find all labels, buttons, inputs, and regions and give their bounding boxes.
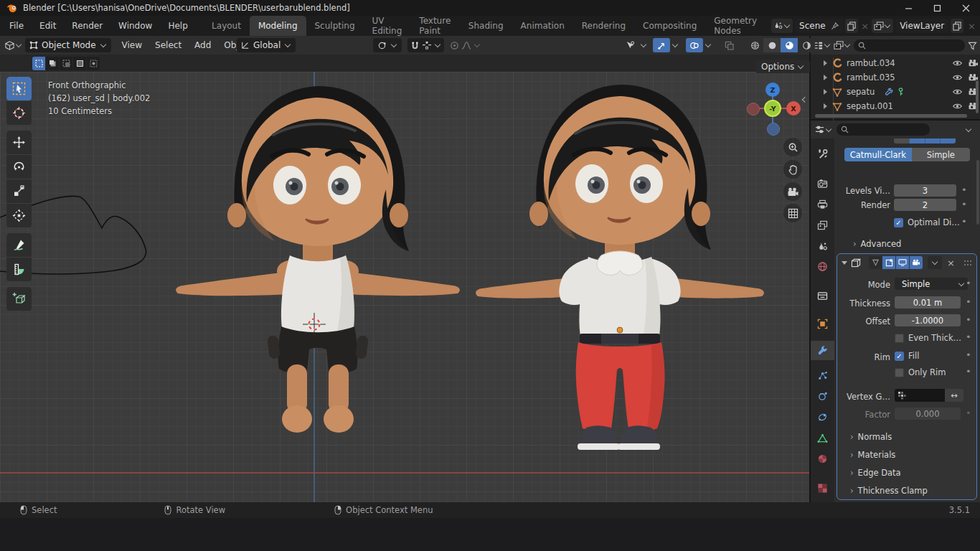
factor-field[interactable]: 0.000 [895, 408, 961, 420]
even-thickness-checkbox[interactable] [895, 334, 904, 343]
tab-object[interactable] [811, 314, 834, 334]
gizmos-toggle-button[interactable] [653, 38, 670, 52]
outliner-filter-button[interactable] [968, 41, 977, 50]
view-layer-new-button[interactable] [951, 19, 963, 33]
menu-render[interactable]: Render [64, 16, 110, 36]
tool-move[interactable] [6, 131, 32, 154]
thickness-field[interactable]: 0.01 m [895, 296, 961, 309]
outliner-search-field[interactable] [854, 39, 965, 52]
edit-mode-toggle[interactable] [882, 256, 895, 269]
outliner-display-mode-button[interactable] [814, 41, 831, 50]
expand-icon[interactable] [824, 103, 827, 109]
editor-type-button[interactable] [4, 40, 22, 51]
select-mode-invert-button[interactable] [73, 57, 86, 70]
catmull-clark-button[interactable]: Catmull-Clark [844, 148, 912, 161]
offset-field[interactable]: -1.0000 [895, 314, 961, 326]
tab-view-layer[interactable] [811, 215, 834, 235]
outliner-filter-display-button[interactable] [834, 41, 851, 50]
outliner-vscrollbar[interactable] [976, 80, 979, 113]
invert-vertex-group-button[interactable]: ↔ [945, 389, 963, 402]
outliner-row-rambut034[interactable]: rambut.034 [816, 56, 980, 70]
properties-vscrollbar[interactable] [976, 160, 979, 225]
tab-texture[interactable] [811, 479, 834, 498]
overlays-chevron[interactable] [705, 42, 711, 47]
menu-window[interactable]: Window [110, 16, 160, 36]
render-levels-field[interactable]: 2 [894, 199, 956, 211]
tab-material[interactable] [811, 449, 834, 468]
properties-options-chevron[interactable] [966, 126, 971, 131]
solidify-panel-header[interactable]: × [837, 254, 976, 271]
tab-shading[interactable]: Shading [460, 16, 512, 36]
tool-transform[interactable] [6, 204, 32, 227]
optimal-display-row[interactable]: ✓ Optimal Di… [894, 217, 960, 227]
tool-select-box[interactable] [6, 77, 32, 100]
mode-dropdown[interactable]: Object Mode [25, 38, 111, 52]
section-edge-data[interactable]: ›Edge Data [850, 468, 901, 478]
menu-view[interactable]: View [116, 36, 149, 55]
hide-viewport-icon[interactable] [952, 103, 963, 110]
xray-toggle-button[interactable] [720, 38, 738, 52]
gizmo-axis-neg-z[interactable] [767, 123, 780, 136]
maximize-button[interactable] [923, 0, 951, 16]
tab-animation[interactable]: Animation [512, 16, 573, 36]
select-mode-subtract-button[interactable] [60, 57, 72, 70]
tab-modeling[interactable]: Modeling [250, 16, 306, 36]
hide-viewport-icon[interactable] [952, 60, 963, 67]
tab-tool[interactable] [811, 144, 834, 164]
show-object-types-button[interactable] [621, 38, 639, 52]
tab-texture-paint[interactable]: Texture Paint [410, 16, 459, 36]
tool-add-cube[interactable] [6, 287, 32, 311]
tab-scene[interactable] [811, 236, 834, 255]
expand-icon[interactable] [824, 75, 827, 80]
menu-help[interactable]: Help [160, 16, 195, 36]
tab-modifiers[interactable] [811, 341, 834, 360]
tool-cursor[interactable] [6, 101, 32, 125]
tab-layout[interactable]: Layout [203, 16, 250, 36]
gizmos-chevron[interactable] [672, 42, 678, 47]
select-mode-intersect-button[interactable] [87, 57, 100, 70]
tool-rotate[interactable] [6, 155, 32, 179]
tab-particles[interactable] [811, 366, 834, 385]
menu-edit[interactable]: Edit [32, 16, 64, 36]
modifier-remove-button[interactable]: × [947, 258, 955, 268]
tab-render[interactable] [811, 174, 834, 193]
disable-render-icon[interactable] [968, 59, 979, 67]
menu-add[interactable]: Add [188, 36, 217, 55]
select-mode-extend-button[interactable] [46, 57, 59, 70]
subdiv-quick-levels[interactable] [894, 138, 956, 143]
show-object-types-chevron[interactable] [641, 42, 646, 47]
tab-uv-editing[interactable]: UV Editing [364, 16, 411, 36]
scene-name-field[interactable]: Scene [795, 19, 843, 33]
shading-wireframe-button[interactable] [746, 38, 763, 52]
3d-scene[interactable] [0, 72, 809, 502]
shading-solid-button[interactable] [763, 38, 781, 52]
scene-browse-button[interactable] [771, 19, 793, 33]
shading-material-preview-button[interactable] [781, 38, 798, 52]
outliner-hscrollbar[interactable] [815, 114, 967, 118]
outliner-row-sepatu001[interactable]: sepatu.001 [816, 99, 980, 113]
character-right[interactable] [476, 85, 764, 450]
gizmo-axis-x[interactable]: X [786, 101, 801, 116]
on-cage-toggle[interactable] [869, 256, 882, 269]
outliner-row-sepatu[interactable]: sepatu [816, 85, 980, 99]
object-name[interactable]: rambut.035 [847, 72, 895, 83]
gizmo-axis-neg-y[interactable]: -Y [764, 100, 781, 117]
hide-viewport-icon[interactable] [952, 88, 963, 95]
tab-object-data[interactable] [811, 428, 834, 448]
pin-icon[interactable] [831, 22, 839, 30]
transform-orientation-dropdown[interactable]: Global [237, 38, 296, 52]
render-toggle[interactable] [910, 256, 923, 269]
gizmo-axis-neg-x[interactable] [747, 103, 760, 116]
tab-geometry-nodes[interactable]: Geometry Nodes [705, 16, 765, 36]
snap-controls[interactable] [407, 38, 444, 52]
view-layer-name-field[interactable]: ViewLayer [895, 19, 948, 33]
drag-handle-icon[interactable] [963, 260, 972, 266]
advanced-section[interactable]: ›Advanced [853, 239, 901, 249]
tab-physics[interactable] [811, 387, 834, 406]
rim-fill-row[interactable]: ✓ Fill [895, 351, 919, 361]
levels-field[interactable]: 3 [894, 184, 956, 197]
section-materials[interactable]: ›Materials [850, 450, 895, 460]
expand-icon[interactable] [824, 89, 827, 95]
panel-expand-icon[interactable] [842, 261, 847, 265]
subdiv-type-toggle[interactable]: Catmull-Clark Simple [844, 148, 970, 161]
